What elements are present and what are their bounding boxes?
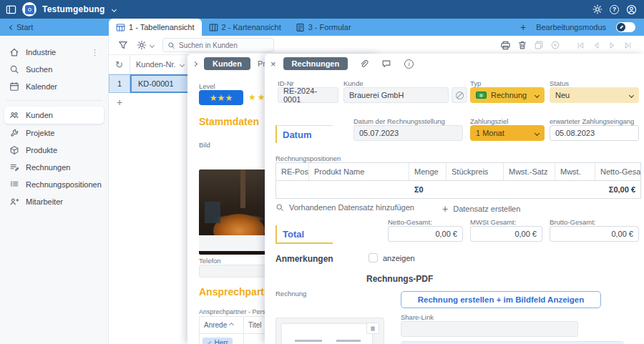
chevron-down-icon[interactable]	[150, 42, 155, 47]
tab-formular[interactable]: 3 - Formular	[288, 19, 358, 36]
zahlungsziel-select[interactable]: 1 Monat	[470, 125, 545, 141]
netto-input[interactable]: 0,00 €	[388, 226, 463, 242]
calendar-icon	[9, 82, 19, 92]
telefon-input[interactable]	[199, 265, 270, 277]
kunde-input[interactable]: Brauerei GmbH	[343, 87, 449, 103]
sidebar-item-kalender[interactable]: Kalender	[4, 79, 104, 94]
col-produkt-name[interactable]: Produkt Name	[309, 163, 409, 180]
column-header-anrede[interactable]: Anrede	[200, 317, 244, 333]
app-title[interactable]: Testumgebung	[42, 4, 105, 14]
chevron-down-icon[interactable]	[111, 6, 116, 11]
more-options-icon[interactable]: ⋮	[91, 48, 99, 57]
print-icon[interactable]	[500, 40, 511, 51]
sidebar-item-suchen[interactable]: Suchen	[4, 62, 104, 77]
sidebar-item-kunden[interactable]: Kunden	[4, 107, 104, 124]
typ-value: Rechnung	[491, 91, 527, 99]
anrede-value: Herr	[215, 339, 228, 344]
table-view-icon	[116, 23, 125, 32]
list-pencil-icon	[9, 162, 19, 172]
row-number-cell[interactable]: 1	[109, 74, 130, 93]
chevron-left-icon	[9, 24, 14, 29]
col-netto-gesamt[interactable]: Netto-Gesa	[595, 163, 640, 180]
telefon-label: Telefon	[199, 257, 221, 265]
share-link-input[interactable]	[401, 321, 578, 337]
zahlungseingang-input[interactable]: 05.08.2023	[550, 125, 639, 141]
sidebar-item-rechnungen[interactable]: Rechnungen	[4, 159, 104, 175]
rechnungen-panel-header: × Rechnungen i	[265, 54, 644, 74]
sidebar: Industrie ⋮ Suchen Kalender Kunden Proje…	[0, 36, 109, 344]
link-label: Datensatz erstellen	[453, 205, 520, 213]
col-stueckpreis[interactable]: Stückpreis	[447, 163, 504, 180]
first-record-icon[interactable]	[576, 41, 585, 50]
record-target-icon[interactable]	[550, 40, 560, 50]
total-section-heading[interactable]: Total	[275, 225, 333, 244]
add-row-button[interactable]: +	[109, 93, 130, 112]
help-icon[interactable]: ?	[610, 5, 619, 14]
edit-mode-toggle[interactable]	[616, 22, 635, 32]
level-stars-extra[interactable]: ★★	[248, 92, 267, 102]
refresh-icon[interactable]: ↻	[109, 55, 130, 74]
create-pdf-button[interactable]: Rechnung erstellen + im Bildfeld Anzeige…	[401, 291, 601, 308]
id-input[interactable]: RE-2024-0001	[278, 87, 338, 103]
partial-button-bottom[interactable]	[401, 341, 624, 344]
collapse-panel-icon[interactable]	[192, 61, 197, 66]
bild-label: Bild	[199, 141, 210, 149]
sidebar-toggle-icon[interactable]	[6, 4, 16, 15]
unlink-record-button[interactable]	[452, 87, 467, 103]
search-input[interactable]	[179, 41, 265, 49]
add-existing-record-link[interactable]: Vorhandenen Datensatz hinzufügen	[275, 203, 414, 212]
col-re-pos[interactable]: RE-Pos.	[276, 163, 309, 180]
col-mwst[interactable]: Mwst.	[555, 163, 595, 180]
col-mwst-satz[interactable]: Mwst.-Satz	[504, 163, 555, 180]
personen-table: Anrede Titel ♂ Herr	[199, 316, 272, 344]
level-label: Level	[199, 82, 215, 90]
trash-icon[interactable]	[517, 40, 527, 50]
account-icon[interactable]	[626, 4, 637, 15]
duplicate-icon[interactable]	[534, 40, 544, 50]
back-to-start[interactable]: Start	[0, 23, 109, 31]
kunde-label: Kunde	[343, 79, 363, 87]
typ-select[interactable]: Rechnung	[470, 87, 545, 103]
sidebar-item-rechnungspositionen[interactable]: Rechnungspositionen	[4, 177, 104, 192]
prev-record-icon[interactable]	[592, 41, 601, 50]
anrede-cell[interactable]: ♂ Herr	[200, 334, 244, 344]
main-content: ↻ Kunden-Nr. 1 KD-00001 + Kunden Projek …	[109, 36, 644, 344]
sidebar-item-mitarbeiter[interactable]: Mitarbeiter	[4, 194, 104, 210]
home-icon	[9, 47, 19, 57]
datum-section-heading[interactable]: Datum	[275, 125, 333, 143]
paperclip-icon[interactable]	[359, 59, 369, 69]
anzeigen-checkbox[interactable]	[369, 253, 378, 262]
pdf-text-line	[295, 340, 322, 342]
last-record-icon[interactable]	[623, 41, 633, 50]
rechnungsstellung-input[interactable]: 05.07.2023	[353, 125, 463, 141]
app-logo-icon[interactable]	[22, 2, 36, 16]
close-icon[interactable]: ×	[270, 59, 276, 69]
tab-tabellenansicht[interactable]: 1 - Tabellenansicht	[109, 19, 202, 36]
tab-rechnungen-record[interactable]: Rechnungen	[283, 57, 348, 70]
level-stars-selected[interactable]: ★★★	[199, 90, 243, 105]
search-icon	[167, 41, 175, 49]
tab-kartenansicht[interactable]: 2 - Kartenansicht	[202, 19, 288, 36]
status-select[interactable]: Neu	[550, 87, 639, 103]
settings-gear-icon[interactable]	[137, 40, 147, 50]
col-menge[interactable]: Menge	[409, 163, 447, 180]
tab-kunden-record[interactable]: Kunden	[204, 57, 250, 70]
mwst-input[interactable]: 0,00 €	[470, 226, 542, 242]
add-view-button[interactable]: +	[520, 21, 526, 33]
brutto-input[interactable]: 0,00 €	[550, 226, 639, 242]
info-icon[interactable]: i	[404, 59, 414, 69]
sidebar-item-label: Rechnungspositionen	[26, 180, 102, 189]
filter-icon[interactable]	[118, 40, 128, 50]
sidebar-item-industrie[interactable]: Industrie ⋮	[4, 44, 104, 60]
sidebar-item-produkte[interactable]: Produkte	[4, 142, 104, 158]
pdf-preview-box[interactable]: ≡	[275, 318, 384, 344]
sidebar-item-projekte[interactable]: Projekte	[4, 125, 104, 141]
next-record-icon[interactable]	[608, 41, 617, 50]
pdf-text-line	[336, 340, 361, 342]
gear-icon[interactable]	[592, 4, 602, 14]
menu-icon[interactable]: ≡	[366, 323, 379, 334]
create-record-link[interactable]: + Datensatz erstellen	[442, 203, 520, 215]
person-plus-icon	[9, 197, 19, 207]
comment-icon[interactable]	[381, 59, 391, 69]
sidebar-item-label: Suchen	[26, 65, 52, 74]
